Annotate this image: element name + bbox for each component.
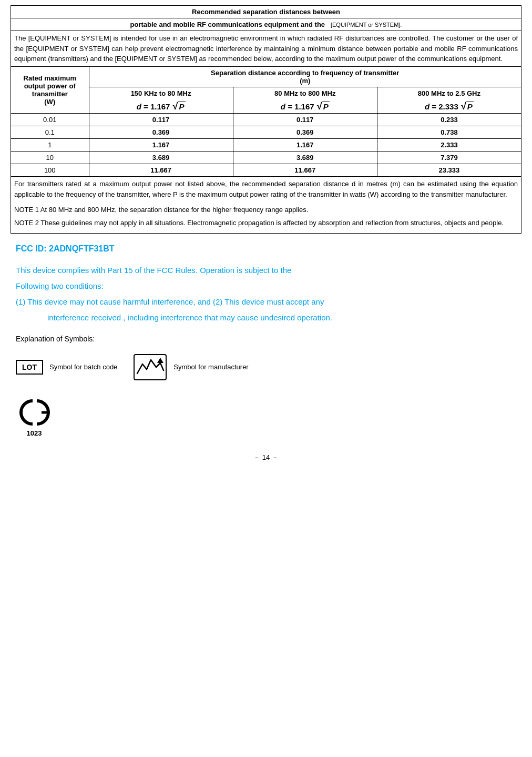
d2-val: 1.167 — [233, 138, 377, 151]
fcc-compliance-line1: This device complies with Part 15 of the… — [16, 264, 516, 277]
lot-symbol-item: LOT Symbol for batch code — [16, 360, 117, 375]
fcc-id: FCC ID: 2ADNQFTF31BT — [16, 244, 516, 254]
table-row: 1 1.167 1.167 2.333 — [11, 138, 521, 151]
power-val: 0.01 — [11, 113, 89, 126]
d3-val: 7.379 — [377, 151, 521, 164]
table-title-row2: portable and mobile RF communications eq… — [11, 18, 521, 31]
table-row: 10 3.689 3.689 7.379 — [11, 151, 521, 164]
d1-val: 3.689 — [89, 151, 233, 164]
note1: NOTE 1 At 80 MHz and 800 MHz, the separa… — [14, 205, 518, 216]
d2-val: 11.667 — [233, 164, 377, 176]
manufacturer-icon — [133, 354, 167, 381]
page-number: － 14 － — [11, 453, 521, 462]
d1-val: 0.117 — [89, 113, 233, 126]
ce-section: 1023 — [16, 397, 516, 437]
fcc-section: FCC ID: 2ADNQFTF31BT This device complie… — [11, 244, 521, 437]
table-title-row1: Recommended separation distances between — [11, 6, 521, 18]
power-val: 1 — [11, 138, 89, 151]
intro-text: The [EQUIPMENT or SYSTEM] is intended fo… — [11, 31, 521, 67]
d2-val: 0.369 — [233, 126, 377, 138]
column-header-row: Rated maximum output power of transmitte… — [11, 66, 521, 87]
table-row: 100 11.667 11.667 23.333 — [11, 164, 521, 176]
d1-val: 0.369 — [89, 126, 233, 138]
d2-val: 0.117 — [233, 113, 377, 126]
fcc-compliance-line2: Following two conditions: — [16, 280, 516, 292]
d3-val: 0.738 — [377, 126, 521, 138]
power-val: 100 — [11, 164, 89, 176]
d2-val: 3.689 — [233, 151, 377, 164]
d1-val: 11.667 — [89, 164, 233, 176]
fcc-compliance-line3: (1) This device may not cause harmful in… — [16, 296, 516, 308]
power-val: 0.1 — [11, 126, 89, 138]
power-val: 10 — [11, 151, 89, 164]
table-title-line2: portable and mobile RF communications eq… — [11, 18, 521, 31]
title-suffix: [EQUIPMENT or SYSTEM]. — [331, 22, 402, 28]
title-prefix: portable and mobile RF communications eq… — [130, 21, 325, 28]
manufacturer-symbol-item: Symbol for manufacturer — [133, 354, 248, 381]
table-row: 0.1 0.369 0.369 0.738 — [11, 126, 521, 138]
freq3-col: 800 MHz to 2.5 GHz d = 2.333 √P — [377, 87, 521, 113]
freq2-col: 80 MHz to 800 MHz d = 1.167 √P — [233, 87, 377, 113]
note2: NOTE 2 These guidelines may not apply in… — [14, 218, 518, 229]
separation-header: Separation distance according to frequen… — [89, 66, 521, 87]
d1-val: 1.167 — [89, 138, 233, 151]
intro-row: The [EQUIPMENT or SYSTEM] is intended fo… — [11, 31, 521, 67]
d3-val: 23.333 — [377, 164, 521, 176]
d3-val: 0.233 — [377, 113, 521, 126]
svg-rect-0 — [134, 355, 166, 380]
separation-distances-table: Recommended separation distances between… — [11, 5, 521, 234]
formula1: d = 1.167 √P — [137, 102, 186, 111]
svg-marker-1 — [157, 358, 163, 363]
rated-power-header: Rated maximum output power of transmitte… — [11, 66, 89, 113]
freq1-col: 150 KHz to 80 MHz d = 1.167 √P — [89, 87, 233, 113]
footer-text: For transmitters rated at a maximum outp… — [11, 176, 521, 233]
ce-logo-icon — [16, 397, 53, 428]
lot-box: LOT — [16, 360, 43, 375]
manufacturer-label: Symbol for manufacturer — [173, 363, 248, 371]
fcc-compliance-line4: interference received , including interf… — [16, 311, 516, 324]
explanation-label: Explanation of Symbols: — [16, 335, 516, 343]
ce-number: 1023 — [27, 429, 42, 437]
table-title-line1: Recommended separation distances between — [11, 6, 521, 18]
table-row: 0.01 0.117 0.117 0.233 — [11, 113, 521, 126]
d3-val: 2.333 — [377, 138, 521, 151]
formula3: d = 2.333 √P — [425, 102, 474, 111]
ce-mark: 1023 — [16, 397, 53, 437]
batch-code-label: Symbol for batch code — [49, 363, 117, 371]
symbols-section: LOT Symbol for batch code Symbol for man… — [16, 354, 516, 381]
formula2: d = 1.167 √P — [281, 102, 330, 111]
table-footer-row: For transmitters rated at a maximum outp… — [11, 176, 521, 233]
